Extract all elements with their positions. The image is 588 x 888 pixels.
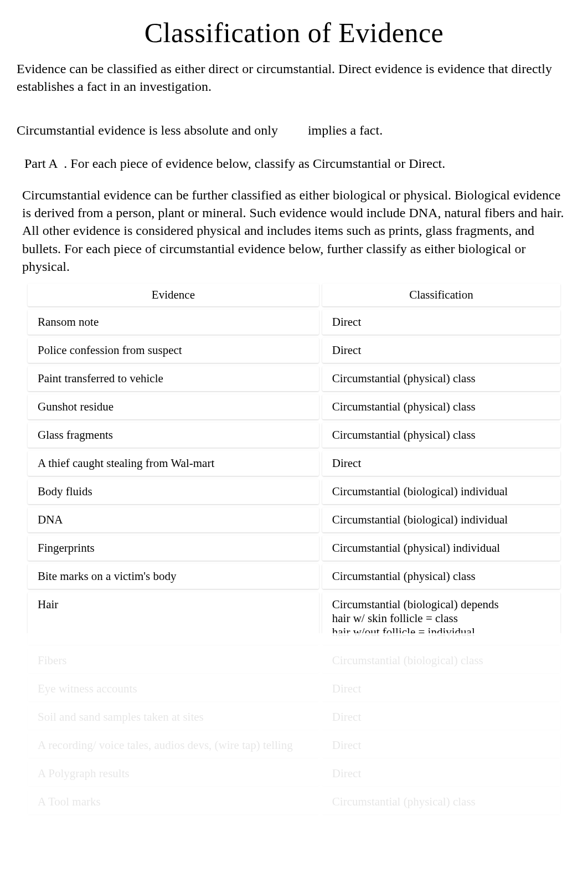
evidence-cell: Paint transferred to vehicle (28, 366, 319, 391)
evidence-cell: Bite marks on a victim's body (28, 564, 319, 589)
paragraph-intro: Evidence can be classified as either dir… (17, 60, 571, 96)
table-row: FibersCircumstantial (biological) class (28, 648, 560, 673)
classification-cell: Circumstantial (biological) individual (322, 507, 560, 532)
para3-b: . For each piece of evidence below, clas… (64, 156, 445, 171)
evidence-table: Evidence Classification Ransom noteDirec… (24, 280, 564, 818)
paragraph-further-classify: Circumstantial evidence can be further c… (22, 186, 571, 276)
table-row: A Polygraph resultsDirect (28, 761, 560, 786)
evidence-cell: A thief caught stealing from Wal-mart (28, 451, 319, 476)
classification-cell: Circumstantial (physical) class (322, 564, 560, 589)
classification-cell: Circumstantial (biological) class (322, 648, 560, 673)
classification-cell: Circumstantial (biological) individual (322, 479, 560, 504)
evidence-cell: Police confession from suspect (28, 338, 319, 363)
classification-cell: Circumstantial (physical) individual (322, 536, 560, 561)
para2-a: Circumstantial evidence is less absolute… (17, 123, 281, 137)
classification-cell: Circumstantial (physical) class (322, 789, 560, 814)
title-part-2: Evidence (338, 17, 443, 48)
evidence-cell: A Polygraph results (28, 761, 319, 786)
classification-cell: Direct (322, 310, 560, 335)
title-part-1: Classification of (145, 17, 339, 48)
paragraph-circumstantial: Circumstantial evidence is less absolute… (17, 121, 571, 139)
classification-cell: Direct (322, 676, 560, 701)
evidence-cell: Fingerprints (28, 536, 319, 561)
document-page: Classification of Evidence Evidence can … (0, 0, 588, 888)
table-header-row: Evidence Classification (28, 284, 560, 306)
evidence-table-wrap: Evidence Classification Ransom noteDirec… (24, 280, 564, 818)
evidence-cell: Ransom note (28, 310, 319, 335)
table-row: Eye witness accountsDirect (28, 676, 560, 701)
table-row: Bite marks on a victim's bodyCircumstant… (28, 564, 560, 589)
evidence-cell: Fibers (28, 648, 319, 673)
paragraph-part-a: Part A . For each piece of evidence belo… (24, 155, 571, 172)
evidence-cell: A recording/ voice tales, audios devs, (… (28, 733, 319, 758)
classification-cell: Circumstantial (biological) depends hair… (322, 592, 560, 645)
table-row: Body fluidsCircumstantial (biological) i… (28, 479, 560, 504)
col-header-evidence: Evidence (28, 284, 319, 306)
table-row: DNACircumstantial (biological) individua… (28, 507, 560, 532)
table-row: Glass fragmentsCircumstantial (physical)… (28, 423, 560, 448)
table-row: Ransom noteDirect (28, 310, 560, 335)
table-row: Paint transferred to vehicleCircumstanti… (28, 366, 560, 391)
evidence-cell: A Tool marks (28, 789, 319, 814)
evidence-cell: Glass fragments (28, 423, 319, 448)
table-row: FingerprintsCircumstantial (physical) in… (28, 536, 560, 561)
classification-cell: Circumstantial (physical) class (322, 366, 560, 391)
classification-cell: Direct (322, 761, 560, 786)
table-row: Gunshot residueCircumstantial (physical)… (28, 394, 560, 419)
page-title: Classification of Evidence (17, 17, 571, 49)
evidence-cell: Body fluids (28, 479, 319, 504)
classification-cell: Direct (322, 733, 560, 758)
col-header-classification: Classification (322, 284, 560, 306)
classification-cell: Direct (322, 338, 560, 363)
table-body: Ransom noteDirectPolice confession from … (28, 310, 560, 814)
table-row: A recording/ voice tales, audios devs, (… (28, 733, 560, 758)
table-row: HairCircumstantial (biological) depends … (28, 592, 560, 645)
table-row: Soil and sand samples taken at sitesDire… (28, 705, 560, 730)
classification-cell: Circumstantial (physical) class (322, 394, 560, 419)
table-row: A thief caught stealing from Wal-martDir… (28, 451, 560, 476)
para2-b: implies a fact. (308, 123, 383, 137)
evidence-cell: Soil and sand samples taken at sites (28, 705, 319, 730)
evidence-cell: DNA (28, 507, 319, 532)
evidence-cell: Eye witness accounts (28, 676, 319, 701)
classification-cell: Circumstantial (physical) class (322, 423, 560, 448)
table-row: Police confession from suspectDirect (28, 338, 560, 363)
para3-a: Part A (24, 156, 57, 171)
evidence-cell: Gunshot residue (28, 394, 319, 419)
classification-cell: Direct (322, 705, 560, 730)
classification-cell: Direct (322, 451, 560, 476)
table-row: A Tool marksCircumstantial (physical) cl… (28, 789, 560, 814)
evidence-cell: Hair (28, 592, 319, 645)
